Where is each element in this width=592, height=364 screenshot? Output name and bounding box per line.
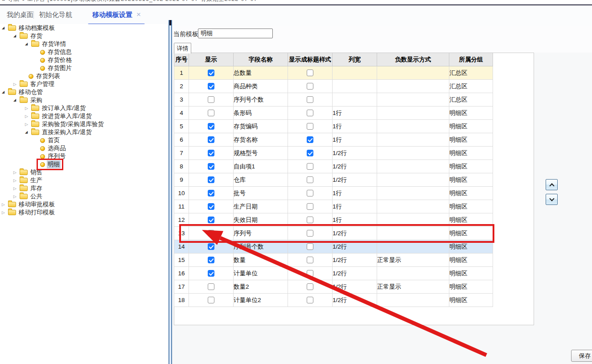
tree-item[interactable]: 存货列表 [0,72,169,80]
show-checkbox[interactable] [208,163,214,170]
table-row[interactable]: 17数量21/2行正常显示明细区 [174,280,493,294]
tab-init-navigation[interactable]: 初始化导航 [39,5,72,24]
tree-item[interactable]: 按订单入库/退货 [0,104,169,112]
collapse-toggle-icon[interactable] [13,96,20,105]
column-width-cell[interactable]: 1行 [333,120,377,133]
tree-item[interactable]: 首页 [0,136,169,144]
tree-item[interactable]: 存货 [0,32,169,40]
column-width-cell[interactable]: 1行 [333,187,377,200]
tree-item[interactable]: 存货价格 [0,56,169,64]
tree-item[interactable]: 按进货单入库/退货 [0,112,169,120]
table-row[interactable]: 1总数量汇总区 [174,66,493,80]
column-width-cell[interactable]: 1/2行 [333,280,377,294]
title-style-checkbox[interactable] [307,123,313,130]
tree-item[interactable]: 移动审批模板 [0,200,169,209]
collapse-toggle-icon[interactable] [25,128,31,137]
expand-toggle-icon[interactable] [13,176,20,185]
tree-item[interactable]: 采购验货/采购退库验货 [0,120,169,128]
tree-item[interactable]: 销售 [0,168,169,176]
show-checkbox[interactable] [208,176,214,183]
show-checkbox[interactable] [208,203,214,210]
negative-display-cell[interactable] [377,93,449,106]
title-style-checkbox[interactable] [307,136,313,143]
column-width-cell[interactable]: 1行 [333,133,377,147]
title-style-checkbox[interactable] [307,83,313,90]
show-checkbox[interactable] [208,270,214,277]
negative-display-cell[interactable] [377,173,449,187]
title-style-checkbox[interactable] [307,96,313,103]
table-row[interactable]: 4条形码1行明细区 [174,106,493,120]
column-width-cell[interactable]: 1行 [333,106,377,120]
tree-item[interactable]: 库存 [0,184,169,192]
show-checkbox[interactable] [208,110,214,116]
tree-item[interactable]: 生产 [0,176,169,184]
column-width-cell[interactable]: 1/2行 [333,173,377,187]
tree-item[interactable]: 移动打印模板 [0,209,169,217]
column-width-cell[interactable] [333,93,377,106]
column-width-cell[interactable]: 1/2行 [333,147,377,160]
negative-display-cell[interactable] [377,160,449,173]
tree-item[interactable]: 序列号 [0,152,169,160]
tree-item[interactable]: 存货详情 [0,40,169,48]
tree-item[interactable]: 选商品 [0,144,169,152]
tree-item[interactable]: 存货图片 [0,64,169,72]
negative-display-cell[interactable]: 正常显示 [377,280,449,294]
negative-display-cell[interactable] [377,133,449,147]
table-row[interactable]: 16计量单位1/2行明细区 [174,267,493,280]
show-checkbox[interactable] [208,70,214,76]
column-width-cell[interactable]: 1/2行 [333,254,377,267]
title-style-checkbox[interactable] [307,270,313,277]
title-style-checkbox[interactable] [307,176,313,183]
title-style-checkbox[interactable] [307,217,313,223]
move-down-button[interactable] [546,194,558,205]
table-row[interactable]: 2商品种类汇总区 [174,80,493,93]
close-icon[interactable]: × [136,10,141,19]
table-row[interactable]: 15数量1/2行正常显示明细区 [174,254,493,267]
expand-toggle-icon[interactable] [25,104,31,113]
expand-toggle-icon[interactable] [13,192,20,201]
tree-item[interactable]: 客户管理 [0,80,169,88]
show-checkbox[interactable] [208,136,214,143]
negative-display-cell[interactable] [377,200,449,213]
show-checkbox[interactable] [208,217,214,223]
show-checkbox[interactable] [208,123,214,130]
expand-toggle-icon[interactable] [2,200,8,209]
table-row[interactable]: 11生产日期1行明细区 [174,200,493,213]
negative-display-cell[interactable] [377,66,449,80]
show-checkbox[interactable] [208,297,214,303]
column-width-cell[interactable]: 1行 [333,200,377,213]
tree-item[interactable]: 存货信息 [0,48,169,56]
tree-item[interactable]: 移动仓管 [0,88,169,96]
title-style-checkbox[interactable] [307,70,313,76]
title-style-checkbox[interactable] [307,190,313,196]
negative-display-cell[interactable] [377,187,449,200]
column-width-cell[interactable] [333,66,377,80]
tree-item[interactable]: 采购 [0,96,169,104]
negative-display-cell[interactable] [377,147,449,160]
tab-detail[interactable]: 详情 [174,43,191,53]
show-checkbox[interactable] [208,243,214,250]
title-style-checkbox[interactable] [307,297,313,303]
tree-item[interactable]: 移动档案模板 [0,24,169,32]
table-row[interactable]: 10批号1行明细区 [174,187,493,200]
table-row[interactable]: 18计量单位21/2行明细区 [174,294,493,307]
title-style-checkbox[interactable] [307,110,313,116]
show-checkbox[interactable] [208,190,214,196]
table-row[interactable]: 8自由项11/2行明细区 [174,160,493,173]
current-template-input[interactable] [198,29,273,38]
show-checkbox[interactable] [208,283,214,290]
column-width-cell[interactable] [333,80,377,93]
expand-toggle-icon[interactable] [25,112,31,121]
column-width-cell[interactable]: 1/2行 [333,294,377,307]
title-style-checkbox[interactable] [307,150,313,156]
negative-display-cell[interactable] [377,120,449,133]
title-style-checkbox[interactable] [307,257,313,263]
title-style-checkbox[interactable] [307,163,313,170]
table-row[interactable]: 5存货编码1行明细区 [174,120,493,133]
show-checkbox[interactable] [208,96,214,103]
column-width-cell[interactable]: 1/2行 [333,267,377,280]
tree-item[interactable]: 直接采购入库/退货 [0,128,169,136]
collapse-toggle-icon[interactable] [2,88,8,97]
title-style-checkbox[interactable] [307,203,313,210]
panel-splitter[interactable] [169,20,172,364]
